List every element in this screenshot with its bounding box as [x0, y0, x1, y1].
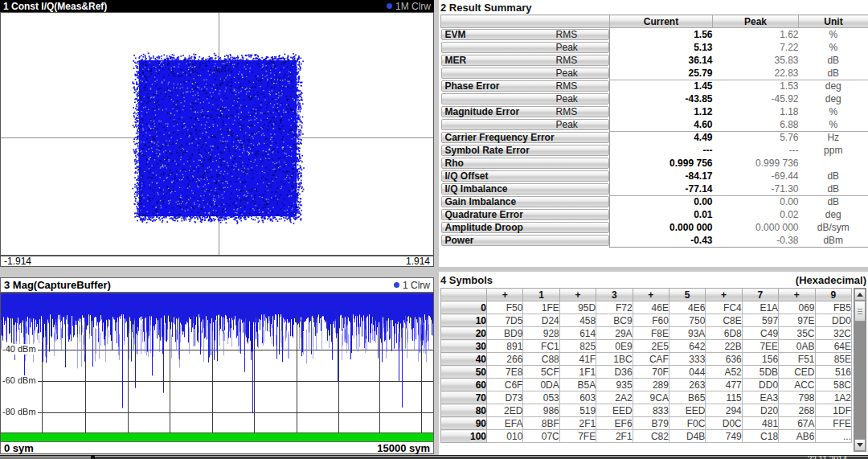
result-current-value: 1.56 [610, 28, 713, 42]
symbol-value-cell: 603 [559, 391, 596, 404]
result-label-cell: Symbol Rate Error [441, 144, 610, 157]
symbols-row-index: 20 [441, 327, 487, 340]
result-current-value: 0.01 [610, 208, 713, 221]
result-current-value: --- [610, 144, 713, 157]
symbol-value-cell: 4E6 [669, 301, 705, 314]
result-current-value: 25.79 [610, 67, 713, 80]
symbol-value-cell: 263 [669, 379, 705, 391]
result-current-value: -77.14 [610, 182, 713, 195]
mag-plot[interactable]: -40 dBm-60 dBm-80 dBm [0, 293, 434, 433]
mag-xaxis-strip: 0 sym 15000 sym [0, 441, 434, 454]
symbols-column-header: + [633, 289, 669, 301]
symbol-value-cell: 7E8 [487, 366, 523, 379]
symbols-row-index: 100 [441, 430, 487, 443]
symbol-value-cell: 010 [487, 430, 523, 443]
symbols-row: 20BD992861429AF8E93A6D8C4935C32C [441, 327, 852, 340]
symbols-table: +1+3+5+7+9 0F501FE95DF7246E4E6FC4E1A069F… [440, 288, 852, 443]
symbol-value-cell: 7D5 [487, 314, 523, 327]
symbols-row-index: 40 [441, 353, 487, 366]
symbol-value-cell: 1BC [596, 353, 633, 366]
result-row: Gain Imbalance0.000.00dB [441, 195, 868, 208]
result-label: EVM [442, 29, 556, 40]
result-current-value: -0.43 [610, 234, 713, 247]
scroll-thumb[interactable] [854, 301, 866, 322]
result-current-value: 5.13 [610, 41, 713, 54]
constellation-plot[interactable] [0, 12, 434, 256]
result-peak-value: -45.92 [713, 92, 799, 105]
result-row: Peak-43.85-45.92deg [441, 92, 868, 105]
mag-title: 3 Mag(CaptureBuffer) [4, 279, 111, 291]
symbol-value-cell: 458 [559, 314, 596, 327]
constellation-xaxis-strip: -1.914 1.914 [0, 256, 434, 267]
os-taskbar[interactable]: 22.11.2014 [0, 455, 868, 459]
symbol-value-cell: EFA [487, 417, 523, 430]
capture-range-bar [0, 433, 434, 441]
result-unit: % [799, 118, 868, 131]
symbol-value-cell: 069 [779, 301, 815, 314]
result-label-cell: Peak [441, 92, 610, 105]
result-header-current: Current [610, 15, 713, 28]
result-unit [799, 157, 868, 170]
result-current-value: 0.00 [610, 195, 713, 208]
symbols-row: 40266C8841F1BCCAF333636156F5185E [441, 353, 852, 366]
symbols-row-index: 90 [441, 417, 487, 430]
symbol-value-cell: 156 [742, 353, 778, 366]
symbols-row: 107D5D24458BC9F60750C8E59797EDD0 [441, 314, 852, 327]
result-label: Power [442, 235, 556, 246]
symbols-format-label: (Hexadecimal) [796, 274, 866, 286]
symbols-scrollbar[interactable] [854, 288, 866, 452]
result-row: Quadrature Error0.010.02deg [441, 208, 868, 221]
result-unit: dB [799, 170, 868, 182]
panel-result-summary: 2 Result Summary Current Peak Unit EVMRM… [439, 0, 868, 267]
symbol-value-cell: EF6 [596, 417, 633, 430]
symbol-value-cell: 2A2 [596, 391, 633, 404]
symbols-column-header: + [487, 289, 523, 301]
symbol-value-cell: 986 [523, 404, 559, 417]
result-sublabel: Peak [556, 119, 578, 130]
symbol-value-cell: 0DA [523, 379, 559, 391]
mag-xmax-label: 15000 sym [377, 442, 430, 454]
symbol-value-cell: 67A [779, 417, 815, 430]
symbols-row-index: 30 [441, 340, 487, 353]
result-current-value: 1.12 [610, 105, 713, 118]
result-unit: dB [799, 182, 868, 195]
scroll-down-button[interactable] [854, 439, 866, 451]
symbol-value-cell: D0C [706, 417, 742, 430]
symbol-value-cell: F8E [633, 327, 669, 340]
symbol-value-cell: 07C [523, 430, 559, 443]
result-sublabel: RMS [556, 80, 578, 92]
result-row: Magnitude ErrorRMS1.121.18% [441, 105, 868, 118]
symbol-value-cell: 519 [559, 404, 596, 417]
symbol-value-cell: FFE [815, 417, 851, 430]
result-current-value: 1.45 [610, 80, 713, 92]
symbol-value-cell: B5A [559, 379, 596, 391]
symbol-value-cell: 477 [706, 379, 742, 391]
symbol-value-cell: 268 [779, 404, 815, 417]
symbols-row: 0F501FE95DF7246E4E6FC4E1A069FB5 [441, 301, 852, 314]
result-label: Amplitude Droop [442, 222, 556, 233]
result-label: Magnitude Error [442, 106, 556, 117]
symbol-value-cell: 2F1 [596, 430, 633, 443]
result-row: Power-0.43-0.38dBm [441, 234, 868, 247]
scroll-track[interactable] [854, 322, 866, 439]
panel-symbols: 4 Symbols (Hexadecimal) +1+3+5+7+9 0F501… [439, 272, 868, 455]
symbol-value-cell: 044 [669, 366, 705, 379]
result-peak-value: 5.76 [713, 131, 799, 144]
taskbar-tab[interactable] [0, 456, 91, 459]
symbols-row-index: 70 [441, 391, 487, 404]
result-row: EVMRMS1.561.62% [441, 28, 868, 42]
symbol-value-cell: C82 [633, 430, 669, 443]
symbol-value-cell: 70F [633, 366, 669, 379]
symbol-value-cell: D36 [596, 366, 633, 379]
scroll-up-button[interactable] [854, 289, 866, 301]
symbol-value-cell: 2F1 [559, 417, 596, 430]
symbols-column-header: + [706, 289, 742, 301]
symbol-value-cell: 41F [559, 353, 596, 366]
mag-header[interactable]: 3 Mag(CaptureBuffer) 1 Clrw [0, 277, 434, 293]
constellation-header[interactable]: 1 Const I/Q(Meas&Ref) 1M Clrw [0, 0, 434, 12]
result-summary-title: 2 Result Summary [439, 0, 868, 14]
symbol-value-cell: D4B [669, 430, 705, 443]
trace-dot-icon [394, 282, 399, 288]
arrow-up-icon [857, 293, 863, 297]
mag-ytick-label: -40 dBm [2, 344, 38, 354]
